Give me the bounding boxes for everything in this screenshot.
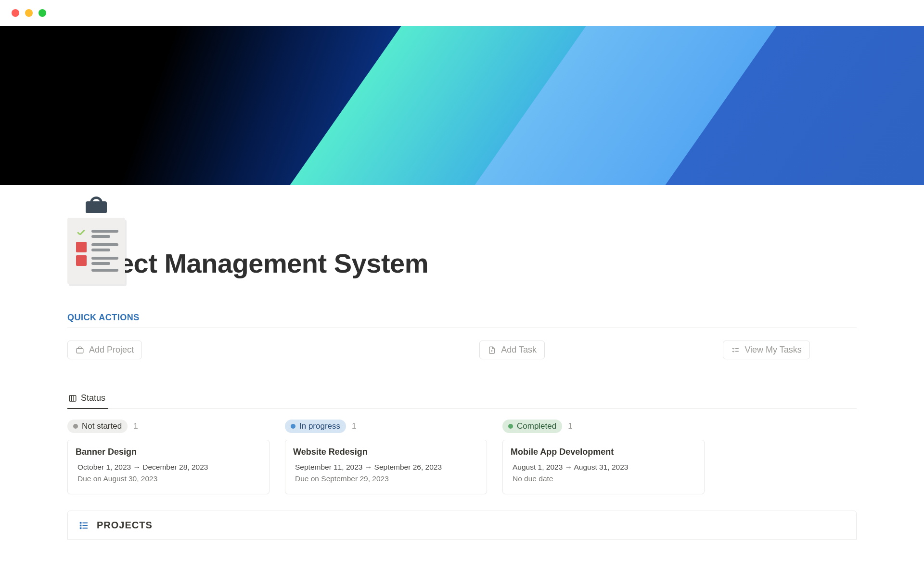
window-zoom-dot[interactable]: [38, 9, 46, 17]
view-my-tasks-button[interactable]: View My Tasks: [723, 341, 809, 359]
svg-rect-7: [82, 527, 88, 528]
window-titlebar: [0, 0, 924, 26]
projects-heading: PROJECTS: [97, 520, 153, 531]
status-pill-in-progress[interactable]: In progress: [285, 420, 346, 433]
card-dates: October 1, 2023 → December 28, 2023: [76, 463, 261, 472]
checklist-icon: [731, 346, 740, 355]
add-task-button[interactable]: Add Task: [479, 341, 545, 359]
status-bullet: [291, 424, 295, 429]
status-label: Not started: [82, 421, 122, 431]
status-label: Completed: [517, 421, 556, 431]
svg-rect-1: [69, 395, 76, 401]
button-label: View My Tasks: [744, 345, 801, 355]
svg-rect-2: [80, 522, 82, 524]
board-icon: [68, 394, 77, 403]
status-count: 1: [352, 421, 356, 431]
svg-rect-0: [77, 348, 83, 353]
svg-rect-3: [82, 522, 88, 523]
page-cover: [0, 26, 924, 185]
list-icon: [78, 520, 89, 531]
quick-actions-heading: QUICK ACTIONS: [67, 313, 857, 323]
briefcase-icon: [76, 346, 84, 355]
board-card[interactable]: Website Redesign September 11, 2023 → Se…: [285, 440, 487, 494]
card-dates: August 1, 2023 → August 31, 2023: [511, 463, 696, 472]
projects-callout[interactable]: PROJECTS: [67, 511, 857, 540]
check-icon: [76, 228, 87, 239]
divider: [67, 328, 857, 328]
card-dates: September 11, 2023 → September 26, 2023: [293, 463, 479, 472]
board-card[interactable]: Banner Design October 1, 2023 → December…: [67, 440, 270, 494]
button-label: Add Task: [501, 345, 537, 355]
board-column-completed: Completed 1 Mobile App Development Augus…: [502, 420, 705, 494]
board-column-in-progress: In progress 1 Website Redesign September…: [285, 420, 487, 494]
square-icon: [76, 242, 87, 252]
view-tabs: Status: [67, 393, 857, 409]
status-label: In progress: [299, 421, 340, 431]
add-project-button[interactable]: Add Project: [67, 341, 142, 359]
card-title: Mobile App Development: [511, 447, 696, 457]
tab-label: Status: [81, 393, 105, 403]
status-bullet: [73, 424, 78, 429]
page-title[interactable]: Project Management System: [67, 248, 857, 279]
file-plus-icon: [488, 346, 496, 355]
svg-rect-5: [82, 525, 88, 526]
quick-actions-row: Add Project Add Task View My Tasks: [67, 341, 857, 359]
page-icon-clipboard[interactable]: [67, 201, 125, 274]
board-column-not-started: Not started 1 Banner Design October 1, 2…: [67, 420, 270, 494]
window-minimize-dot[interactable]: [25, 9, 33, 17]
tab-status[interactable]: Status: [67, 393, 108, 409]
window-close-dot[interactable]: [12, 9, 19, 17]
card-title: Banner Design: [76, 447, 261, 457]
button-label: Add Project: [89, 345, 134, 355]
card-due: Due on August 30, 2023: [76, 474, 261, 483]
status-count: 1: [133, 421, 138, 431]
status-count: 1: [568, 421, 572, 431]
board-card[interactable]: Mobile App Development August 1, 2023 → …: [502, 440, 705, 494]
square-icon: [76, 255, 87, 266]
status-pill-completed[interactable]: Completed: [502, 420, 562, 433]
status-pill-not-started[interactable]: Not started: [67, 420, 128, 433]
card-due: No due date: [511, 474, 696, 483]
card-title: Website Redesign: [293, 447, 479, 457]
svg-rect-4: [80, 525, 82, 526]
svg-rect-6: [80, 527, 82, 529]
status-bullet: [508, 424, 513, 429]
card-due: Due on September 29, 2023: [293, 474, 479, 483]
status-board: Not started 1 Banner Design October 1, 2…: [67, 420, 857, 494]
